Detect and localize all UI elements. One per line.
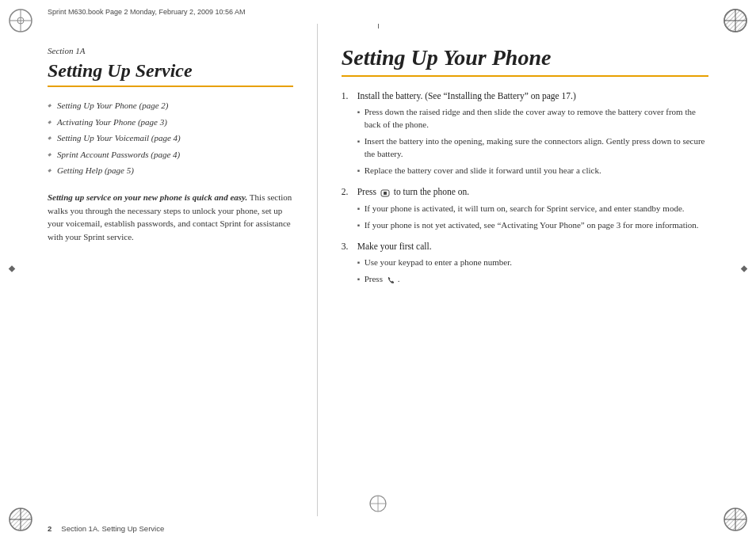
sub-item: Press down the raised ridge and then sli… <box>357 106 708 131</box>
sub-item: Press . <box>357 273 708 286</box>
steps-list: Install the battery. (See “Installing th… <box>342 89 708 286</box>
step-3: Make your first call. Use your keypad to… <box>342 240 708 287</box>
svg-rect-29 <box>384 192 387 195</box>
step-1-text: Install the battery. (See “Installing th… <box>357 89 576 103</box>
right-column: Setting Up Your Phone Install the batter… <box>318 24 756 516</box>
sub-item: Replace the battery cover and slide it f… <box>357 165 708 177</box>
call-icon <box>386 276 397 284</box>
sub-item: If your phone is activated, it will turn… <box>357 203 708 215</box>
power-icon <box>380 189 391 197</box>
intro-text: Setting up service on your new phone is … <box>48 191 293 243</box>
footer-bar: 2 Section 1A. Setting Up Service <box>0 516 756 540</box>
intro-bold: Setting up service on your new phone is … <box>48 192 247 202</box>
title-underline <box>48 86 293 87</box>
list-item: Setting Up Your Voicemail (page 4) <box>48 132 293 144</box>
footer-section-text: Section 1A. Setting Up Service <box>61 524 164 533</box>
right-title-underline <box>342 75 708 77</box>
sub-item: If your phone is not yet activated, see … <box>357 219 708 232</box>
step-2-subs: If your phone is activated, it will turn… <box>357 203 708 232</box>
sub-item: Insert the battery into the opening, mak… <box>357 135 708 161</box>
step-2-text: Press to turn the phone on. <box>357 185 470 199</box>
top-bar-text: Sprint M630.book Page 2 Monday, February… <box>48 8 246 16</box>
list-item: Getting Help (page 5) <box>48 165 293 177</box>
step-3-subs: Use your keypad to enter a phone number.… <box>357 257 708 286</box>
top-bar: Sprint M630.book Page 2 Monday, February… <box>0 0 756 24</box>
footer-page-number: 2 <box>48 524 52 533</box>
step-2: Press to turn the phone on. If your phon… <box>342 185 708 232</box>
step-1: Install the battery. (See “Installing th… <box>342 89 708 177</box>
sub-item: Use your keypad to enter a phone number. <box>357 257 708 269</box>
step-3-text: Make your first call. <box>357 240 432 253</box>
section-label: Section 1A <box>48 46 293 55</box>
list-item: Activating Your Phone (page 3) <box>48 116 293 128</box>
page-content: Section 1A Setting Up Service Setting Up… <box>0 24 756 516</box>
right-title: Setting Up Your Phone <box>342 46 708 70</box>
step-1-subs: Press down the raised ridge and then sli… <box>357 106 708 177</box>
bullet-list: Setting Up Your Phone (page 2) Activatin… <box>48 100 293 177</box>
left-column: Section 1A Setting Up Service Setting Up… <box>0 24 318 516</box>
list-item: Sprint Account Passwords (page 4) <box>48 149 293 161</box>
section-title: Setting Up Service <box>48 60 293 81</box>
list-item: Setting Up Your Phone (page 2) <box>48 100 293 112</box>
